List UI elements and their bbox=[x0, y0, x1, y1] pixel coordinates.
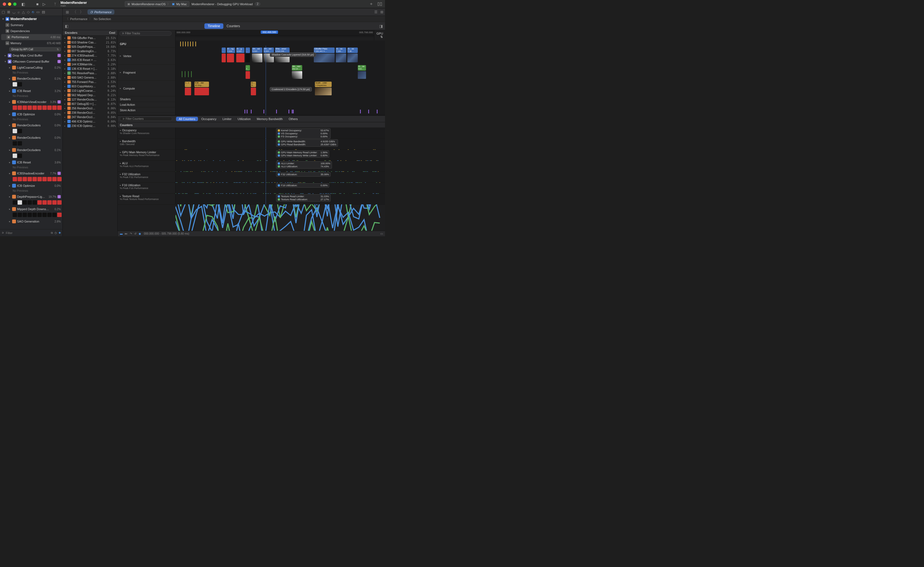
filter-tracks-input[interactable]: ⚞ Filter Tracks bbox=[119, 31, 172, 36]
zoom-window[interactable] bbox=[13, 3, 17, 6]
related-items-icon[interactable]: ⊞ bbox=[64, 10, 71, 14]
encoders-head-label[interactable]: Encoders bbox=[65, 32, 109, 34]
counter-row[interactable]: ▸F16 Utilization% Peak F16 Performance F… bbox=[118, 183, 385, 194]
timeline-block[interactable]: …5… bbox=[245, 65, 250, 70]
nav-cat-dependencies[interactable]: ⊟Dependencies bbox=[0, 28, 62, 34]
filter-add-icon[interactable]: ✚ bbox=[59, 231, 61, 234]
counter-row[interactable]: ▸Occupancy% Shader Core Resources Kernel… bbox=[118, 128, 385, 139]
track-gpu[interactable]: GPU bbox=[118, 42, 128, 46]
encoder-row[interactable]: ▸ 265 ICB Reset = …3.63% bbox=[63, 58, 117, 62]
nav-item[interactable]: ▸ Mipped Depth Downs…0.2% bbox=[0, 206, 62, 212]
footer-step-icon[interactable]: ⏭ bbox=[125, 232, 128, 235]
editor-tab-performance[interactable]: ◷ Performance bbox=[87, 9, 114, 15]
encoder-row[interactable]: ▸ 807 Debug3D = […0.07% bbox=[63, 102, 117, 106]
seg-counters[interactable]: Counters bbox=[223, 23, 243, 29]
timeline-block[interactable]: ICB…der42 Disp… bbox=[194, 82, 209, 87]
time-cursor[interactable]: 002.468.580 bbox=[261, 30, 278, 34]
nav-item[interactable]: ▸ ICBShadowEncoder7.7%! bbox=[0, 170, 62, 176]
timeline-block[interactable]: D…ng7,316… bbox=[227, 48, 235, 53]
close-window[interactable] bbox=[3, 3, 6, 6]
counter-tab[interactable]: Occupancy bbox=[199, 117, 219, 121]
timeline-block[interactable]: …… bbox=[222, 48, 226, 53]
counter-row[interactable]: ▸ALU% Peak ALU Performance ALU Limiter:1… bbox=[118, 161, 385, 172]
encoder-row[interactable]: ▸ 256 RenderOccl…0.06% bbox=[63, 106, 117, 110]
nav-debug-icon[interactable]: ⎋ bbox=[32, 10, 34, 14]
counter-tab[interactable]: Utilization bbox=[235, 117, 254, 121]
scheme-selector[interactable]: ▣ ModernRenderer-macOS 〉 ▣ My Mac bbox=[125, 1, 190, 7]
counter-row[interactable]: ▸Texture Read% Peak Texture Read Perform… bbox=[118, 194, 385, 205]
encoder-row[interactable]: ▸ 687 ScatteringEn…8.73% bbox=[63, 49, 117, 53]
footer-icon-1[interactable]: ▬ bbox=[120, 232, 123, 235]
nav-forward[interactable]: 〉 bbox=[79, 10, 85, 15]
nav-folder-icon[interactable]: ▢ bbox=[2, 10, 5, 14]
encoder-row[interactable]: ▸ 136 ICB Reset = […3.18% bbox=[63, 66, 117, 71]
timeline-block[interactable]: G…ss7,301… bbox=[336, 48, 346, 53]
encoder-row[interactable]: ▸ 562 Mipped Dep…0.21% bbox=[63, 93, 117, 97]
footer-camera-icon[interactable]: ◉ bbox=[138, 232, 141, 235]
seg-timeline[interactable]: Timeline bbox=[204, 23, 223, 29]
encoder-row[interactable]: ▸ 496 ICB Optimiz…0.00% bbox=[63, 119, 117, 124]
activity-badge[interactable]: 2 bbox=[255, 2, 260, 6]
encoder-row[interactable]: ▸ 600 SAO Genera…2.88% bbox=[63, 75, 117, 80]
scm-icon[interactable]: ᛘ bbox=[53, 2, 57, 6]
encoder-row[interactable]: ▸ 110 LightCoarse…0.24% bbox=[63, 88, 117, 93]
timeline-block[interactable]: …… bbox=[245, 48, 250, 53]
nav-cat-summary[interactable]: ≡Summary bbox=[0, 22, 62, 28]
nav-cat-memory[interactable]: ▭Memory876.40 MiB bbox=[0, 40, 62, 46]
encoder-row[interactable]: ▸ 127 RenderOcclu…0.13% bbox=[63, 97, 117, 102]
encoder-row[interactable]: ▸ 791 ResolvePass…2.88% bbox=[63, 71, 117, 75]
nav-item[interactable]: ▸ ICB Optimize0.0% bbox=[0, 183, 62, 189]
branch-name[interactable]: main bbox=[60, 4, 87, 7]
timeline-block[interactable]: D…g5,522… bbox=[236, 48, 244, 53]
counter-row[interactable]: ▸GPU Main Memory Limiter% Peak Memory Re… bbox=[118, 150, 385, 161]
nav-search-icon[interactable]: ⌕ bbox=[18, 10, 20, 14]
counter-row[interactable]: ▸BandwidthGiB / Second GPU Write Bandwid… bbox=[118, 139, 385, 150]
footer-continue-icon[interactable]: ↷ bbox=[130, 232, 132, 235]
minimize-window[interactable] bbox=[8, 3, 11, 6]
nav-breakpoint-icon[interactable]: ▭ bbox=[36, 10, 40, 14]
editor-split-icon[interactable]: ⊞ bbox=[380, 10, 383, 14]
filter-counters-input[interactable]: ⚞ Filter Counters bbox=[120, 117, 172, 121]
filter-icon[interactable]: ⚞ bbox=[2, 231, 4, 234]
encoder-row[interactable]: ▸ 144 ICBMainVie…3.29% bbox=[63, 62, 117, 66]
encoder-row[interactable]: ▸ 803 CopyHistory…0.40% bbox=[63, 84, 117, 88]
nav-report-icon[interactable]: ▤ bbox=[42, 10, 45, 14]
filter-clock-icon[interactable]: ◷ bbox=[54, 231, 57, 234]
nav-item[interactable]: ▸ SAO Generation2.8% bbox=[0, 218, 62, 224]
encoder-row[interactable]: ▸ 247 RenderOccl…0.04% bbox=[63, 115, 117, 119]
breadcrumb[interactable]: 〈 Performance 〉 No Selection bbox=[63, 16, 385, 22]
sidebar-toggle-icon[interactable]: ◧ bbox=[21, 2, 25, 6]
track-fragment[interactable]: ▸Fragment bbox=[118, 70, 138, 75]
add-button[interactable]: ＋ bbox=[369, 1, 373, 7]
filter-scope-icon[interactable]: ⧉ bbox=[51, 231, 53, 235]
timeline-block[interactable]: G…ss7,30… bbox=[347, 48, 358, 53]
project-root[interactable]: ▾▣ModernRenderer bbox=[0, 16, 62, 22]
playhead[interactable] bbox=[266, 46, 266, 115]
track-load-action[interactable]: Load Action bbox=[118, 102, 137, 107]
timeline-block[interactable]: Scatt…oder2 Dispatches bbox=[315, 82, 332, 87]
library-button[interactable]: ▯▯ bbox=[377, 1, 382, 7]
encoder-row[interactable]: ▸ 230 ICB Optimiz…0.00% bbox=[63, 124, 117, 128]
nav-item[interactable]: ▸ LightCoarseCulling0.2% bbox=[0, 64, 62, 70]
nav-x-icon[interactable]: ⊠ bbox=[7, 10, 10, 14]
nav-item[interactable]: ▸ ICB Optimize0.0% bbox=[0, 111, 62, 117]
timeline-block[interactable]: I…r… bbox=[185, 82, 191, 87]
timeline-block[interactable]: Sh…ed5,522… bbox=[252, 48, 262, 53]
track-compute[interactable]: ▸Compute bbox=[118, 86, 137, 91]
timeline-block[interactable]: GBuffer Pass7,301,441 V… bbox=[314, 48, 335, 53]
stop-button[interactable]: ■ bbox=[35, 2, 40, 6]
nav-item[interactable]: ▸ RenderOccluders0.1% bbox=[0, 147, 62, 153]
nav-back[interactable]: 〈 bbox=[72, 10, 78, 15]
navigator-filter-input[interactable] bbox=[6, 231, 49, 235]
nav-item[interactable]: ▾▦ Offscreen Command Buffer! bbox=[0, 58, 62, 64]
encoder-row[interactable]: ▸ 755 Forward Pas…1.53% bbox=[63, 80, 117, 84]
right-panel-icon[interactable]: ◨ bbox=[379, 24, 383, 28]
project-name[interactable]: ModernRenderer bbox=[60, 1, 87, 4]
timeline-block[interactable]: C…9… bbox=[251, 82, 256, 87]
track-shaders[interactable]: Shaders bbox=[118, 97, 133, 102]
counter-row[interactable]: ▸F32 Utilization% Peak F32 Performance F… bbox=[118, 172, 385, 183]
counter-tab[interactable]: Others bbox=[286, 117, 301, 121]
encoder-row[interactable]: ▸ 238 RenderOccl…0.05% bbox=[63, 110, 117, 115]
encoder-row[interactable]: ▸ 505 DepthPrepa…19.68% bbox=[63, 45, 117, 49]
encoders-head-cost[interactable]: Cost bbox=[109, 32, 115, 34]
